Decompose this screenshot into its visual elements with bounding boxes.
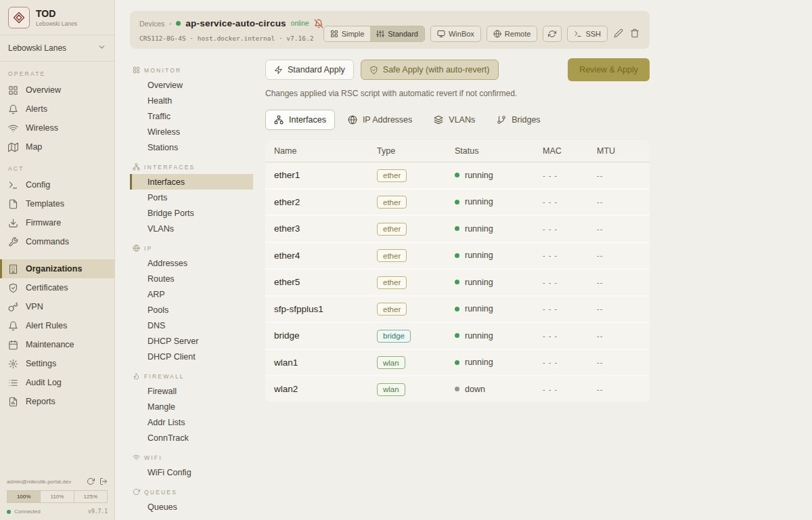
subnav-item-wireless[interactable]: Wireless — [130, 124, 253, 139]
layers-icon — [434, 115, 443, 125]
sidebar-item-firmware[interactable]: Firmware — [0, 213, 114, 232]
subnav-item-arp[interactable]: ARP — [130, 286, 253, 302]
chevron-down-icon — [97, 43, 106, 53]
type-badge: bridge — [377, 330, 411, 343]
tab-bridges[interactable]: Bridges — [488, 110, 549, 130]
sliders-icon — [376, 30, 384, 38]
remote-button[interactable]: Remote — [487, 26, 538, 42]
subnav-item-pools[interactable]: Pools — [130, 302, 253, 318]
zoom-button-110[interactable]: 110% — [41, 490, 74, 503]
table-body: ether1etherrunning- - ---ether2etherrunn… — [265, 162, 650, 402]
mac-value: - - - — [543, 358, 597, 366]
safe-apply-button[interactable]: Safe Apply (with auto-revert) — [361, 60, 499, 80]
device-online-dot — [176, 21, 181, 26]
file-icon — [8, 198, 19, 209]
table-row-ether1[interactable]: ether1etherrunning- - --- — [265, 162, 650, 190]
subnav-item-dhcp-server[interactable]: DHCP Server — [130, 333, 253, 349]
sidebar-item-audit-log[interactable]: Audit Log — [0, 373, 114, 392]
winbox-button[interactable]: WinBox — [430, 26, 481, 42]
subnav-item-mangle[interactable]: Mangle — [130, 399, 253, 414]
app-sidebar: TOD Lebowski Lanes Lebowski Lanes OPERAT… — [0, 0, 115, 520]
subnav-item-bridge-ports[interactable]: Bridge Ports — [130, 205, 253, 221]
sidebar-item-commands[interactable]: Commands — [0, 232, 114, 251]
delete-device-button[interactable] — [629, 28, 640, 39]
sidebar-item-certificates[interactable]: Certificates — [0, 278, 114, 297]
sidebar-item-alert-rules[interactable]: Alert Rules — [0, 316, 114, 335]
tab-vlans[interactable]: VLANs — [425, 110, 484, 130]
status-label: down — [465, 385, 485, 394]
review-apply-button[interactable]: Review & Apply — [568, 58, 650, 81]
logout-icon[interactable] — [99, 477, 108, 485]
status-label: running — [465, 197, 493, 207]
table-row-ether3[interactable]: ether3etherrunning- - --- — [265, 216, 650, 243]
ssh-button[interactable]: SSH — [567, 26, 608, 42]
sidebar-item-overview[interactable]: Overview — [0, 81, 114, 100]
sidebar-item-organizations[interactable]: Organizations — [0, 259, 114, 278]
refresh-button[interactable] — [543, 26, 562, 42]
nodes-icon — [274, 115, 284, 125]
standard-apply-button[interactable]: Standard Apply — [265, 60, 354, 80]
standard-mode-button[interactable]: Standard — [370, 26, 424, 41]
subnav-item-traffic[interactable]: Traffic — [130, 108, 253, 124]
subnav-item-wifi-config[interactable]: WiFi Config — [130, 464, 253, 480]
sidebar-item-vpn[interactable]: VPN — [0, 297, 114, 316]
subnav-item-health[interactable]: Health — [130, 93, 253, 108]
subnav-item-routes[interactable]: Routes — [130, 271, 253, 286]
subnav-item-conntrack[interactable]: ConnTrack — [130, 430, 253, 446]
sidebar-item-maintenance[interactable]: Maintenance — [0, 335, 114, 354]
refresh-icon[interactable] — [87, 477, 95, 485]
interface-name: sfp-sfpplus1 — [265, 304, 377, 314]
subnav-item-ports[interactable]: Ports — [130, 190, 253, 205]
type-badge: ether — [377, 223, 407, 236]
subnav-item-interfaces[interactable]: Interfaces — [130, 174, 253, 190]
table-row-sfp-sfpplus1[interactable]: sfp-sfpplus1etherrunning- - --- — [265, 297, 650, 324]
app-version: v9.7.1 — [88, 508, 108, 515]
device-header-actions: Simple Standard WinBox Remote SSH — [323, 26, 640, 42]
subnav-item-queues[interactable]: Queues — [130, 499, 253, 515]
sidebar-item-config[interactable]: Config — [0, 175, 114, 194]
sidebar-item-reports[interactable]: Reports — [0, 392, 114, 411]
subnav-item-firewall[interactable]: Firewall — [130, 383, 253, 399]
org-selector[interactable]: Lebowski Lanes — [0, 35, 114, 62]
breadcrumb: Devices › ap-service-auto-circus online — [139, 18, 323, 28]
bell-off-icon[interactable] — [314, 19, 323, 28]
apply-note: Changes applied via RSC script with auto… — [265, 89, 650, 98]
refresh-icon — [548, 30, 556, 38]
sidebar-item-map[interactable]: Map — [0, 137, 114, 156]
table-row-wlan1[interactable]: wlan1wlanrunning- - --- — [265, 350, 650, 377]
app-logo-icon — [8, 7, 30, 28]
sidebar-item-label: Maintenance — [26, 340, 74, 349]
subnav-section-label-interfaces: INTERFACES — [130, 155, 253, 174]
breadcrumb-devices[interactable]: Devices — [139, 20, 164, 28]
subnav-item-overview[interactable]: Overview — [130, 77, 253, 93]
zoom-button-100[interactable]: 100% — [7, 490, 41, 503]
sidebar-item-wireless[interactable]: Wireless — [0, 118, 114, 137]
subnav-section-label-queues: QUEUES — [130, 480, 253, 499]
table-row-bridge[interactable]: bridgebridgerunning- - --- — [265, 323, 650, 350]
mac-value: - - - — [543, 198, 597, 206]
sidebar-item-alerts[interactable]: Alerts — [0, 100, 114, 118]
edit-device-button[interactable] — [613, 28, 624, 39]
subnav-section-label-firewall: FIREWALL — [130, 364, 253, 383]
grid-icon — [133, 66, 140, 74]
table-header-row: NameTypeStatusMACMTU — [265, 140, 650, 162]
tab-ip-addresses[interactable]: IP Addresses — [339, 110, 421, 130]
subnav-item-addresses[interactable]: Addresses — [130, 255, 253, 271]
subnav-item-dns[interactable]: DNS — [130, 318, 253, 333]
simple-mode-button[interactable]: Simple — [324, 26, 371, 41]
subnav-item-stations[interactable]: Stations — [130, 139, 253, 155]
branch-icon — [497, 115, 506, 125]
table-row-ether2[interactable]: ether2etherrunning- - --- — [265, 190, 650, 217]
sidebar-item-templates[interactable]: Templates — [0, 194, 114, 213]
subnav-item-vlans[interactable]: VLANs — [130, 221, 253, 236]
table-row-wlan2[interactable]: wlan2wlandown- - --- — [265, 376, 650, 402]
table-row-ether4[interactable]: ether4etherrunning- - --- — [265, 243, 650, 270]
zoom-button-125[interactable]: 125% — [74, 490, 108, 503]
sidebar-item-settings[interactable]: Settings — [0, 354, 114, 373]
interface-name: wlan1 — [265, 358, 377, 368]
table-row-ether5[interactable]: ether5etherrunning- - --- — [265, 269, 650, 297]
building-icon — [8, 263, 19, 274]
subnav-item-dhcp-client[interactable]: DHCP Client — [130, 349, 253, 364]
subnav-item-addr-lists[interactable]: Addr Lists — [130, 414, 253, 430]
tab-interfaces[interactable]: Interfaces — [265, 110, 335, 130]
